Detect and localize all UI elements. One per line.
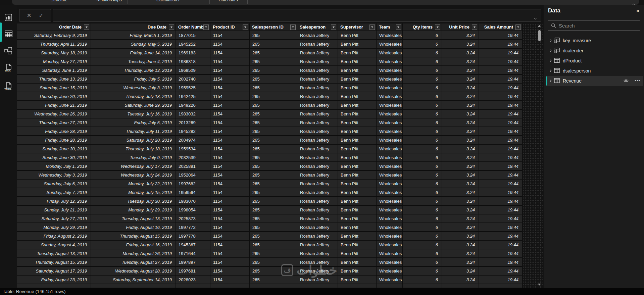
cell-salesperson_id[interactable]: 265 [250, 101, 297, 109]
cell-supervisor[interactable]: Benn Pitt [338, 223, 377, 231]
cell-salesperson_id[interactable]: 265 [250, 232, 297, 240]
column-header-sales_amount[interactable]: Sales Amount [479, 23, 523, 31]
cell-order_number[interactable]: 1969183 [176, 49, 210, 57]
cell-qty_items[interactable]: 6 [403, 171, 442, 179]
cell-product_id[interactable]: 1154 [210, 49, 250, 57]
cell-salesperson[interactable]: Roshan Jeffery [297, 84, 338, 92]
cell-salesperson[interactable]: Roshan Jeffery [297, 57, 338, 65]
cell-supervisor[interactable]: Benn Pitt [338, 232, 377, 240]
cell-salesperson_id[interactable]: 265 [250, 162, 297, 170]
cell-due_date[interactable]: Monday, August 26, 2019 [91, 249, 176, 257]
cell-salesperson_id[interactable]: 265 [250, 180, 297, 188]
cell-order_number[interactable]: 1942425 [176, 92, 210, 100]
cell-team[interactable]: Wholesales [377, 267, 403, 275]
cell-team[interactable]: Wholesales [377, 214, 403, 223]
cell-salesperson[interactable]: Roshan Jeffery [297, 276, 338, 284]
cell-qty_items[interactable]: 6 [403, 136, 442, 144]
cell-order_number[interactable]: 1983070 [176, 197, 210, 205]
cell-order_number[interactable]: 1997681 [176, 267, 210, 275]
cell-team[interactable]: Wholesales [377, 92, 403, 100]
cell-order_date[interactable]: Sunday, August 4, 2019 [17, 241, 91, 249]
cell-supervisor[interactable]: Benn Pitt [338, 171, 377, 179]
cell-supervisor[interactable]: Benn Pitt [338, 188, 377, 196]
cell-order_date[interactable]: Sunday, June 30, 2019 [17, 153, 91, 161]
cell-supervisor[interactable]: Benn Pitt [338, 66, 377, 74]
column-header-team[interactable]: Team [377, 23, 403, 31]
cell-sales_amount[interactable]: 19.44 [479, 101, 523, 109]
search-input[interactable]: Search [548, 20, 640, 31]
cell-qty_items[interactable]: 6 [403, 267, 442, 275]
cell-unit_price[interactable]: 3.24 [442, 162, 479, 170]
sidebar-item-model-view[interactable] [0, 42, 17, 59]
cell-salesperson_id[interactable]: 265 [250, 84, 297, 92]
cell-qty_items[interactable]: 6 [403, 223, 442, 231]
cell-salesperson_id[interactable]: 265 [250, 171, 297, 179]
ribbon-tab-calculations[interactable]: Calculations [156, 0, 179, 2]
cell-salesperson[interactable]: Roshan Jeffery [297, 258, 338, 266]
cell-product_id[interactable]: 1154 [210, 180, 250, 188]
cell-salesperson_id[interactable]: 265 [250, 57, 297, 65]
data-pane-item-Revenue[interactable]: Revenue••• [546, 76, 643, 86]
sidebar-item-report-view[interactable] [0, 9, 17, 26]
scroll-down-icon[interactable] [538, 284, 541, 286]
column-filter-button[interactable] [243, 24, 248, 30]
cell-supervisor[interactable]: Benn Pitt [338, 31, 377, 39]
cell-order_number[interactable]: 1949226 [176, 101, 210, 109]
cell-due_date[interactable]: Wednesday, August 28, 2019 [91, 267, 176, 275]
cell-salesperson[interactable] [297, 284, 338, 288]
cell-unit_price[interactable]: 3.24 [442, 84, 479, 92]
cell-team[interactable]: Wholesales [377, 162, 403, 170]
ribbon-tab-structure[interactable]: Structure [51, 0, 68, 2]
cell-salesperson_id[interactable]: 265 [250, 110, 297, 118]
cell-supervisor[interactable]: Benn Pitt [338, 162, 377, 170]
cell-order_date[interactable]: Friday, August 2, 2019 [17, 232, 91, 240]
cell-order_date[interactable]: Sunday, July 7, 2019 [17, 188, 91, 196]
cell-salesperson[interactable]: Roshan Jeffery [297, 92, 338, 100]
cell-salesperson_id[interactable]: 265 [250, 145, 297, 153]
cell-sales_amount[interactable]: 19.44 [479, 276, 523, 284]
cell-team[interactable]: Wholesales [377, 110, 403, 118]
cell-product_id[interactable]: 1154 [210, 206, 250, 214]
cell-salesperson_id[interactable]: 265 [250, 214, 297, 223]
cell-order_date[interactable]: Wednesday, July 3, 2019 [17, 171, 91, 179]
cell-team[interactable]: Wholesales [377, 49, 403, 57]
cell-product_id[interactable]: 1154 [210, 267, 250, 275]
cell-salesperson_id[interactable]: 265 [250, 127, 297, 135]
cell-sales_amount[interactable]: 19.44 [479, 153, 523, 161]
cell-salesperson[interactable]: Roshan Jeffery [297, 249, 338, 257]
cell-team[interactable]: Wholesales [377, 206, 403, 214]
cell-qty_items[interactable]: 6 [403, 40, 442, 48]
cell-product_id[interactable]: 1154 [210, 162, 250, 170]
cell-team[interactable]: Wholesales [377, 118, 403, 127]
cell-order_number[interactable]: 2025881 [176, 162, 210, 170]
cell-salesperson_id[interactable]: 265 [250, 153, 297, 161]
column-filter-button[interactable] [435, 24, 440, 30]
cell-unit_price[interactable]: 3.24 [442, 171, 479, 179]
column-filter-button[interactable] [331, 24, 336, 30]
cell-team[interactable]: Wholesales [377, 136, 403, 144]
cell-supervisor[interactable]: Benn Pitt [338, 276, 377, 284]
cell-product_id[interactable]: 1154 [210, 136, 250, 144]
cell-team[interactable] [377, 284, 403, 288]
cell-qty_items[interactable]: 6 [403, 249, 442, 257]
cell-team[interactable]: Wholesales [377, 66, 403, 74]
cell-qty_items[interactable]: 6 [403, 75, 442, 83]
cell-due_date[interactable]: Thursday, August 15, 2019 [91, 232, 176, 240]
cell-sales_amount[interactable]: 19.44 [479, 267, 523, 275]
cell-sales_amount[interactable]: 19.44 [479, 223, 523, 231]
cell-product_id[interactable]: 1154 [210, 258, 250, 266]
cell-product_id[interactable]: 1154 [210, 197, 250, 205]
cell-qty_items[interactable]: 6 [403, 241, 442, 249]
cell-salesperson_id[interactable]: 265 [250, 75, 297, 83]
cell-salesperson_id[interactable]: 265 [250, 276, 297, 284]
cell-team[interactable]: Wholesales [377, 197, 403, 205]
cell-sales_amount[interactable]: 19.44 [479, 145, 523, 153]
cell-salesperson[interactable]: Roshan Jeffery [297, 145, 338, 153]
column-header-salesperson_id[interactable]: Salesperson ID [250, 23, 297, 31]
column-header-unit_price[interactable]: Unit Price [442, 23, 479, 31]
cell-due_date[interactable]: Tuesday, June 4, 2019 [91, 57, 176, 65]
cell-salesperson_id[interactable]: 265 [250, 92, 297, 100]
cell-salesperson_id[interactable]: 265 [250, 258, 297, 266]
cell-team[interactable]: Wholesales [377, 276, 403, 284]
cell-due_date[interactable]: Wednesday, July 3, 2019 [91, 84, 176, 92]
